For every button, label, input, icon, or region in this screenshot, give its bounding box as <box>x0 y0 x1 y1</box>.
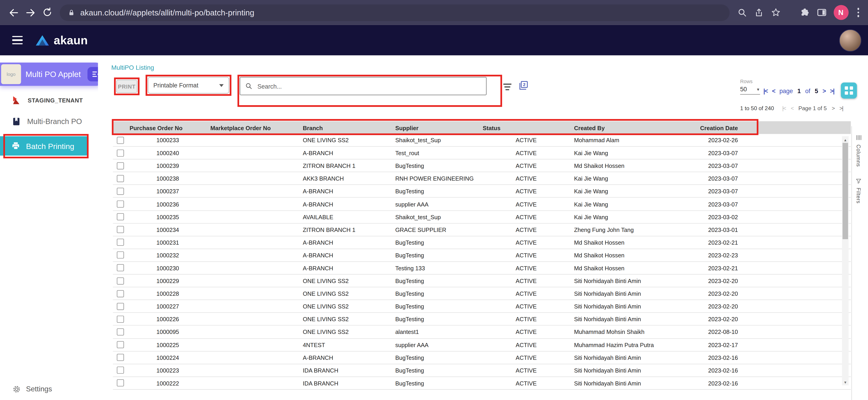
cell-creation-date: 2023-02-21 <box>688 265 739 271</box>
row-checkbox[interactable] <box>117 188 124 195</box>
table-row[interactable]: 1000238 AKK3 BRANCH RNH POWER ENGINEERIN… <box>113 173 851 185</box>
kebab-menu-icon[interactable] <box>855 6 861 19</box>
row-checkbox[interactable] <box>117 354 124 361</box>
stack-filter-2-icon[interactable]: 2 <box>519 81 528 90</box>
forward-button[interactable] <box>22 4 39 21</box>
table-row[interactable]: 1000224 A-BRANCH BugTesting ACTIVE Siti … <box>113 351 851 364</box>
share-icon[interactable] <box>754 7 764 18</box>
printer-icon <box>11 141 21 151</box>
sidebar-item-multi-branch-po[interactable]: Multi-Branch PO <box>0 113 82 130</box>
scroll-up-icon[interactable]: ▲ <box>842 136 848 143</box>
scroll-down-icon[interactable]: ▼ <box>842 379 848 385</box>
cell-created-by: Md Shaikot Hossen <box>572 162 688 169</box>
sidebar-item-batch-printing[interactable]: Batch Printing <box>0 136 89 156</box>
extensions-icon[interactable] <box>800 7 810 18</box>
row-checkbox[interactable] <box>117 277 124 284</box>
row-checkbox[interactable] <box>117 213 124 221</box>
table-row[interactable]: 1000235 AVAILABLE Shaikot_test_Sup ACTIV… <box>113 211 851 223</box>
table-row[interactable]: 1000236 A-BRANCH supplier AAA ACTIVE Kai… <box>113 198 851 211</box>
hamburger-menu-icon[interactable] <box>9 33 26 48</box>
reload-button[interactable] <box>39 4 55 21</box>
row-checkbox[interactable] <box>117 379 124 387</box>
next-page-icon[interactable]: > <box>823 88 826 94</box>
cell-status: ACTIVE <box>480 214 572 220</box>
profile-avatar[interactable]: N <box>834 5 848 20</box>
row-checkbox[interactable] <box>117 315 124 323</box>
tab-filters[interactable]: Filters <box>855 178 862 204</box>
cell-created-by: Siti Norhidayah Binti Amin <box>572 303 688 310</box>
table-row[interactable]: 1000226 ONE LIVING SS2 BugTesting ACTIVE… <box>113 313 851 326</box>
first-page-icon[interactable]: |< <box>763 88 767 94</box>
row-checkbox[interactable] <box>117 136 124 144</box>
row-checkbox[interactable] <box>117 290 124 297</box>
first-page-icon[interactable]: |< <box>782 105 786 111</box>
checkbox-cell <box>113 303 127 310</box>
row-checkbox[interactable] <box>117 162 124 170</box>
checkbox-cell <box>113 201 127 208</box>
row-checkbox[interactable] <box>117 303 124 310</box>
table-row[interactable]: 1000095 ONE LIVING SS2 alantest1 ACTIVE … <box>113 326 851 338</box>
cell-created-by: Siti Norhidayah Binti Amin <box>572 316 688 322</box>
table-row[interactable]: 1000231 A-BRANCH BugTesting ACTIVE Md Sh… <box>113 236 851 249</box>
tab-columns[interactable]: Columns <box>855 134 862 167</box>
table-row[interactable]: 1000229 ONE LIVING SS2 BugTesting ACTIVE… <box>113 275 851 287</box>
cell-supplier: RNH POWER ENGINEERING <box>393 175 480 182</box>
table-row[interactable]: 1000232 A-BRANCH BugTesting ACTIVE Md Sh… <box>113 249 851 262</box>
table-row[interactable]: 1000230 A-BRANCH Testing 133 ACTIVE Md S… <box>113 262 851 275</box>
row-checkbox[interactable] <box>117 239 124 246</box>
row-checkbox[interactable] <box>117 328 124 336</box>
reload-icon <box>42 7 52 18</box>
side-panel-icon[interactable] <box>816 7 827 18</box>
table-row[interactable]: 1000223 IDA BRANCH BugTesting ACTIVE Sit… <box>113 364 851 377</box>
printable-format-select[interactable]: Printable Format <box>148 77 229 94</box>
rows-per-page-select[interactable]: 50 ▼ <box>740 86 760 95</box>
last-page-icon[interactable]: >| <box>839 105 843 111</box>
table-row[interactable]: 1000234 ZITRON BRANCH 1 GRACE SUPPLIER A… <box>113 223 851 236</box>
row-checkbox[interactable] <box>117 252 124 259</box>
table-row[interactable]: 1000225 4NTEST supplier AAA ACTIVE Muham… <box>113 339 851 351</box>
prev-page-icon[interactable]: < <box>772 88 775 94</box>
search-icon[interactable] <box>737 7 747 18</box>
sidebar-item-tenant[interactable]: STAGING_TENANT <box>0 92 83 109</box>
row-checkbox[interactable] <box>117 265 124 272</box>
search-input[interactable] <box>256 82 486 90</box>
print-button[interactable]: PRINT <box>116 80 137 93</box>
cell-purchase-order-no: 1000222 <box>127 380 208 387</box>
last-page-icon[interactable]: >| <box>830 88 834 94</box>
cell-branch: A-BRANCH <box>301 239 393 246</box>
scrollbar-thumb[interactable] <box>843 143 848 239</box>
row-checkbox[interactable] <box>117 149 124 156</box>
table-row[interactable]: 1000239 ZITRON BRANCH 1 BugTesting ACTIV… <box>113 159 851 172</box>
table-row[interactable]: 1000240 A-BRANCH Test_rout ACTIVE Kai Ji… <box>113 147 851 159</box>
back-button[interactable] <box>5 4 22 21</box>
header-creation-date: Creation Date <box>688 124 739 131</box>
table-scrollbar[interactable]: ▲ ▼ <box>842 136 848 386</box>
filter-list-icon[interactable] <box>502 84 512 90</box>
rows-value: 50 <box>740 86 747 92</box>
bookmark-star-icon[interactable] <box>770 7 781 18</box>
settings-label: Settings <box>26 385 52 393</box>
row-checkbox[interactable] <box>117 201 124 208</box>
forward-icon <box>25 7 36 18</box>
applet-header[interactable]: logo Multi PO Applet <box>0 62 107 86</box>
table-row[interactable]: 1000233 ONE LIVING SS2 Shaikot_test_Sup … <box>113 134 851 147</box>
cell-created-by: Kai Jie Wang <box>572 188 688 194</box>
header-marketplace-order-no: Marketplace Order No <box>208 124 301 131</box>
table-row[interactable]: 1000227 ONE LIVING SS2 BugTesting ACTIVE… <box>113 300 851 313</box>
search-box[interactable] <box>240 77 487 95</box>
grid-view-button[interactable] <box>841 83 857 99</box>
row-checkbox[interactable] <box>117 226 124 233</box>
row-checkbox[interactable] <box>117 367 124 374</box>
applet-logo-placeholder: logo <box>1 64 21 84</box>
row-checkbox[interactable] <box>117 341 124 348</box>
next-page-icon[interactable]: > <box>832 105 834 111</box>
address-bar[interactable]: akaun.cloud/#/applets/allit/multi-po/bat… <box>60 4 729 21</box>
sidebar-item-settings[interactable]: Settings <box>0 382 52 396</box>
row-checkbox[interactable] <box>117 175 124 182</box>
user-avatar[interactable] <box>839 29 861 52</box>
table-row[interactable]: 1000228 ONE LIVING SS2 BugTesting ACTIVE… <box>113 287 851 300</box>
table-row[interactable]: 1000237 A-BRANCH BugTesting ACTIVE Kai J… <box>113 185 851 198</box>
table-row[interactable]: 1000222 IDA BRANCH BugTesting ACTIVE Sit… <box>113 377 851 390</box>
prev-page-icon[interactable]: < <box>791 105 794 111</box>
page-info: Page 1 of 5 <box>799 105 827 111</box>
